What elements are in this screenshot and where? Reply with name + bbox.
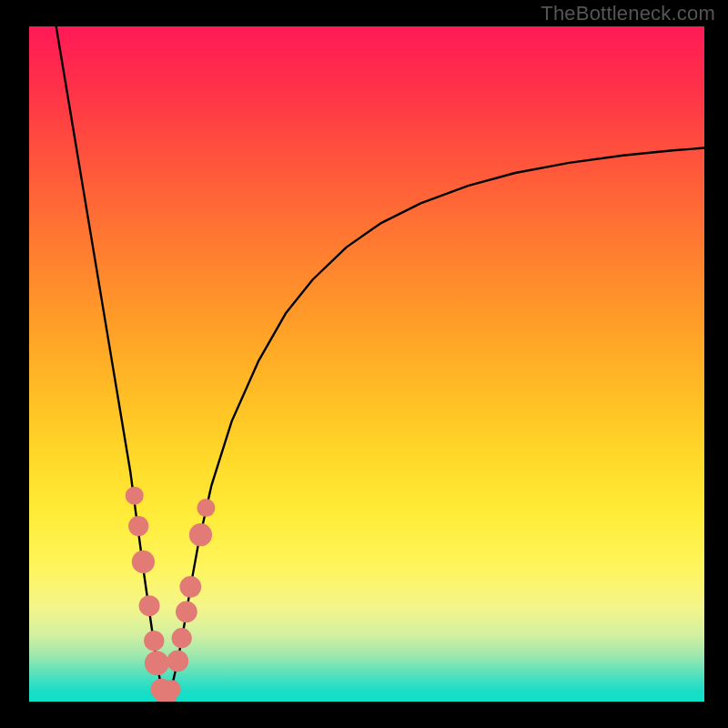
bead-marker bbox=[145, 651, 169, 675]
bead-marker bbox=[167, 651, 188, 672]
bead-marker bbox=[179, 576, 201, 598]
bead-marker bbox=[126, 487, 144, 505]
bead-marker bbox=[176, 601, 197, 622]
bead-marker bbox=[139, 595, 160, 616]
watermark-text: TheBottleneck.com bbox=[541, 2, 715, 25]
bead-marker bbox=[189, 523, 212, 546]
outer-frame: TheBottleneck.com bbox=[0, 0, 728, 728]
bead-marker bbox=[128, 516, 148, 536]
bead-marker bbox=[172, 628, 192, 648]
bead-marker bbox=[132, 551, 155, 573]
bead-marker bbox=[161, 680, 181, 700]
plot-area bbox=[29, 26, 704, 702]
bead-marker bbox=[197, 499, 215, 517]
beads-svg bbox=[29, 26, 704, 702]
bead-marker bbox=[144, 631, 164, 651]
